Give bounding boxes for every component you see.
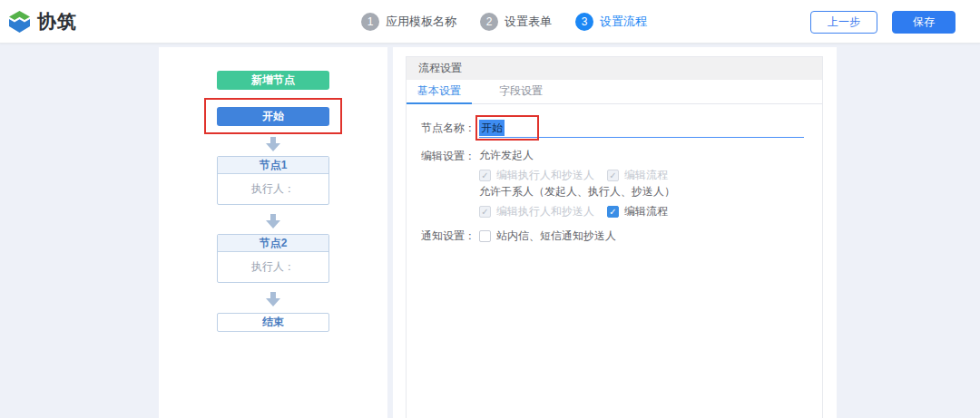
tab-field-settings[interactable]: 字段设置 — [488, 80, 554, 104]
step-3-circle: 3 — [575, 13, 593, 31]
checkbox-edit-exec-cc-disabled — [479, 206, 491, 218]
stakeholder-checkbox-row: 编辑执行人和抄送人 编辑流程 — [479, 203, 681, 219]
flow-node-2[interactable]: 节点2 执行人： — [217, 234, 329, 283]
flow-node-2-executor: 执行人： — [218, 252, 328, 282]
step-3-label: 设置流程 — [600, 14, 647, 30]
step-1-app-template-name: 1 应用模板名称 — [361, 13, 456, 31]
down-arrow-icon — [265, 292, 281, 307]
stepper: 1 应用模板名称 2 设置表单 3 设置流程 — [361, 0, 647, 44]
allow-stakeholders-text: 允许干系人（发起人、执行人、抄送人） — [479, 183, 681, 199]
checkbox-edit-exec-cc-label: 编辑执行人和抄送人 — [496, 203, 594, 219]
flow-node-1[interactable]: 节点1 执行人： — [217, 156, 329, 205]
edit-settings-content: 允许发起人 编辑执行人和抄送人 编辑流程 允许干系人（发起人、执行人、抄送人） … — [475, 147, 681, 219]
save-button[interactable]: 保存 — [892, 11, 956, 34]
checkbox-notify-label: 站内信、短信通知抄送人 — [496, 228, 616, 244]
node-name-label: 节点名称： — [407, 119, 475, 138]
checkbox-notify-unchecked[interactable] — [479, 230, 491, 242]
logo-icon — [7, 9, 33, 34]
add-node-button[interactable]: 新增节点 — [217, 71, 329, 90]
step-1-label: 应用模板名称 — [386, 14, 456, 30]
node-name-row: 节点名称： 开始 — [407, 119, 822, 138]
settings-panel: 流程设置 基本设置 字段设置 节点名称： 开始 编辑设置： — [393, 47, 837, 418]
checkbox-edit-exec-cc-disabled — [479, 170, 491, 181]
step-2-circle: 2 — [480, 13, 498, 31]
checkbox-edit-flow-disabled — [607, 170, 619, 181]
notify-settings-label: 通知设置： — [407, 227, 475, 245]
checkbox-edit-flow-checked[interactable] — [607, 206, 619, 218]
settings-tabs: 基本设置 字段设置 — [407, 80, 822, 104]
page: 协筑 1 应用模板名称 2 设置表单 3 设置流程 上一步 保存 新增节点 开始 — [0, 0, 980, 418]
initiator-checkbox-row: 编辑执行人和抄送人 编辑流程 — [479, 167, 681, 183]
settings-form: 节点名称： 开始 编辑设置： 允许发起人 编辑执行人和抄送人 — [407, 104, 822, 245]
node-name-selected-text: 开始 — [479, 120, 505, 136]
edit-settings-label: 编辑设置： — [407, 147, 475, 219]
step-2-label: 设置表单 — [505, 14, 552, 30]
step-2-set-form: 2 设置表单 — [480, 13, 552, 31]
step-3-set-flow: 3 设置流程 — [575, 13, 647, 31]
prev-step-button[interactable]: 上一步 — [810, 11, 877, 34]
notify-settings-row: 通知设置： 站内信、短信通知抄送人 — [407, 227, 822, 245]
flow-node-2-title: 节点2 — [218, 235, 328, 252]
logo: 协筑 — [7, 0, 77, 44]
checkbox-edit-flow-label: 编辑流程 — [624, 167, 668, 183]
notify-checkbox-wrap: 站内信、短信通知抄送人 — [479, 227, 629, 245]
tab-basic-settings[interactable]: 基本设置 — [407, 80, 472, 104]
step-1-circle: 1 — [361, 13, 379, 31]
input-underline — [479, 137, 804, 138]
flow-settings-title: 流程设置 — [407, 57, 822, 80]
workflow-panel: 新增节点 开始 节点1 执行人： 节点2 执行人： 结束 — [159, 47, 387, 418]
allow-initiator-text: 允许发起人 — [479, 147, 681, 163]
node-name-input[interactable]: 开始 — [479, 119, 804, 138]
flow-settings-box: 流程设置 基本设置 字段设置 节点名称： 开始 编辑设置： — [406, 56, 823, 418]
end-node[interactable]: 结束 — [217, 313, 329, 332]
down-arrow-icon — [265, 214, 281, 229]
app-header: 协筑 1 应用模板名称 2 设置表单 3 设置流程 上一步 保存 — [0, 0, 980, 44]
down-arrow-icon — [265, 137, 281, 152]
flow-node-1-title: 节点1 — [218, 157, 328, 174]
logo-text: 协筑 — [37, 9, 77, 34]
start-node-button[interactable]: 开始 — [217, 107, 329, 126]
checkbox-edit-exec-cc-label: 编辑执行人和抄送人 — [496, 167, 594, 183]
flow-node-1-executor: 执行人： — [218, 174, 328, 204]
header-actions: 上一步 保存 — [810, 0, 956, 44]
checkbox-edit-flow-label: 编辑流程 — [624, 203, 668, 219]
edit-settings-row: 编辑设置： 允许发起人 编辑执行人和抄送人 编辑流程 允许干系人（发起人、执行人… — [407, 147, 822, 219]
